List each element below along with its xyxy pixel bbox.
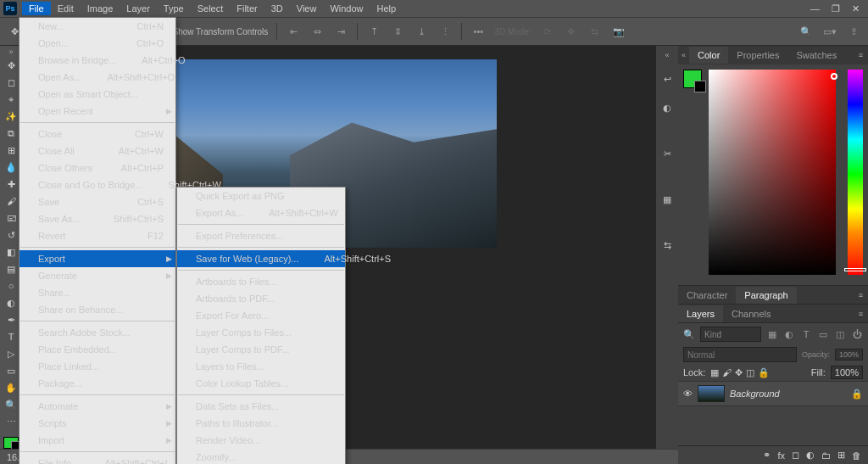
adjustments-icon[interactable]: ◐: [658, 98, 676, 117]
color-field[interactable]: [709, 70, 836, 275]
menu-layer[interactable]: Layer: [120, 2, 157, 15]
layer-name[interactable]: Background: [730, 389, 846, 399]
lock-position-icon[interactable]: ✥: [735, 367, 743, 378]
menu-3d[interactable]: 3D: [264, 2, 290, 15]
crop-tool[interactable]: ⧉: [2, 126, 20, 141]
visibility-icon[interactable]: 👁: [683, 389, 693, 399]
fill-value[interactable]: 100%: [831, 366, 863, 379]
file-menu-item[interactable]: File Info...Alt+Shift+Ctrl+I: [19, 455, 175, 464]
dodge-tool[interactable]: ◐: [2, 296, 20, 310]
expand-icon[interactable]: «: [665, 51, 669, 59]
menu-select[interactable]: Select: [191, 2, 231, 15]
export-menu-item[interactable]: Layers to Files...: [177, 358, 345, 375]
new-layer-icon[interactable]: ⊞: [837, 450, 845, 461]
file-menu-item[interactable]: Export▶: [19, 250, 175, 267]
filter-smart-icon[interactable]: ◫: [834, 328, 846, 340]
panel-menu-icon[interactable]: ≡: [854, 51, 868, 59]
layer-fx-icon[interactable]: fx: [777, 450, 785, 461]
tab-paragraph[interactable]: Paragraph: [736, 287, 796, 304]
path-tool[interactable]: ▷: [2, 347, 20, 361]
menu-view[interactable]: View: [290, 2, 324, 15]
pen-tool[interactable]: ✒: [2, 313, 20, 327]
foreground-swatch[interactable]: [683, 70, 702, 88]
close-icon[interactable]: ✕: [852, 3, 860, 14]
brushes-icon[interactable]: ✂: [658, 144, 676, 163]
menu-window[interactable]: Window: [323, 2, 370, 15]
file-menu-item[interactable]: Open Recent▶: [19, 103, 175, 120]
menu-file[interactable]: File: [22, 2, 51, 15]
file-menu-item[interactable]: Browse in Bridge...Alt+Ctrl+O: [19, 52, 175, 69]
share-icon[interactable]: ⇪: [846, 24, 861, 39]
search-icon[interactable]: 🔍: [798, 24, 814, 39]
adjustment-layer-icon[interactable]: ◐: [806, 450, 815, 461]
export-menu-item[interactable]: Save for Web (Legacy)...Alt+Shift+Ctrl+S: [177, 250, 345, 267]
more-icon[interactable]: •••: [470, 24, 486, 39]
tab-layers[interactable]: Layers: [678, 305, 723, 322]
lock-transparent-icon[interactable]: ▦: [710, 367, 719, 378]
hue-slider[interactable]: [848, 70, 863, 275]
file-menu-item[interactable]: Share...: [19, 284, 175, 301]
lock-all-icon[interactable]: 🔒: [758, 367, 770, 378]
hue-marker[interactable]: [844, 268, 866, 271]
file-menu-item[interactable]: Open As...Alt+Shift+Ctrl+O: [19, 69, 175, 86]
distribute-icon[interactable]: ⋮: [437, 24, 453, 39]
file-menu-item[interactable]: Place Linked...: [19, 358, 175, 375]
blur-tool[interactable]: ○: [2, 279, 20, 293]
link-layers-icon[interactable]: ⚭: [763, 450, 771, 461]
tab-properties[interactable]: Properties: [728, 47, 787, 64]
align-middle-v-icon[interactable]: ⇕: [390, 24, 405, 39]
filter-toggle-icon[interactable]: ⏻: [851, 328, 863, 340]
wand-tool[interactable]: ✨: [2, 109, 20, 124]
history-icon[interactable]: ↩: [658, 70, 676, 88]
brush-tool[interactable]: 🖌: [2, 194, 20, 209]
eyedropper-tool[interactable]: 💧: [2, 160, 20, 175]
info-icon[interactable]: ⇆: [658, 236, 676, 254]
file-menu-item[interactable]: Close and Go to Bridge...Shift+Ctrl+W: [19, 176, 175, 193]
gradient-tool[interactable]: ▤: [2, 262, 20, 277]
workspace-icon[interactable]: ▭▾: [822, 24, 837, 39]
group-icon[interactable]: 🗀: [821, 450, 831, 461]
lasso-tool[interactable]: ⌖: [2, 92, 20, 107]
export-menu-item[interactable]: Paths to Illustrator...: [177, 415, 345, 432]
file-menu-item[interactable]: Place Embedded...: [19, 341, 175, 358]
minimize-icon[interactable]: —: [810, 3, 820, 14]
file-menu-item[interactable]: Automate▶: [19, 398, 175, 415]
file-menu-item[interactable]: CloseCtrl+W: [19, 126, 175, 143]
shape-tool[interactable]: ▭: [2, 364, 20, 378]
filter-shape-icon[interactable]: ▭: [817, 328, 829, 340]
export-menu-item[interactable]: Export As...Alt+Shift+Ctrl+W: [177, 204, 345, 221]
opacity-value[interactable]: 100%: [835, 349, 863, 361]
panel-menu-icon[interactable]: ≡: [854, 310, 868, 318]
align-left-icon[interactable]: ⇤: [286, 24, 301, 39]
export-menu-item[interactable]: Zoomify...: [177, 449, 345, 464]
file-menu-item[interactable]: Import▶: [19, 432, 175, 449]
menu-help[interactable]: Help: [370, 2, 403, 15]
align-bottom-icon[interactable]: ⤓: [414, 24, 429, 39]
align-right-icon[interactable]: ⇥: [333, 24, 348, 39]
file-menu-item[interactable]: Generate▶: [19, 267, 175, 284]
file-menu-item[interactable]: Scripts▶: [19, 415, 175, 432]
panel-menu-icon[interactable]: ≡: [854, 291, 868, 299]
filter-type-icon[interactable]: T: [800, 328, 812, 340]
filter-pixel-icon[interactable]: ▦: [766, 328, 778, 340]
align-top-icon[interactable]: ⤒: [366, 24, 381, 39]
delete-layer-icon[interactable]: 🗑: [852, 450, 861, 461]
tab-color[interactable]: Color: [689, 47, 728, 64]
color-picker-ring[interactable]: [831, 73, 837, 80]
marquee-tool[interactable]: ◻: [2, 75, 20, 90]
tab-swatches[interactable]: Swatches: [787, 47, 845, 64]
zoom-tool[interactable]: 🔍: [2, 398, 20, 412]
export-menu-item[interactable]: Quick Export as PNG: [177, 187, 345, 204]
lock-pixels-icon[interactable]: 🖌: [722, 367, 732, 378]
file-menu-item[interactable]: Close AllAlt+Ctrl+W: [19, 143, 175, 159]
heal-tool[interactable]: ✚: [2, 177, 20, 192]
history-brush-tool[interactable]: ↺: [2, 228, 20, 243]
align-center-h-icon[interactable]: ⇔: [309, 24, 325, 39]
layer-mask-icon[interactable]: ◻: [792, 450, 799, 461]
layer-row[interactable]: 👁 Background 🔒: [678, 381, 868, 406]
export-menu-item[interactable]: Export Preferences...: [177, 227, 345, 244]
collapse-icon[interactable]: »: [8, 48, 13, 56]
export-menu-item[interactable]: Export For Aero...: [177, 307, 345, 324]
menu-type[interactable]: Type: [157, 2, 191, 15]
actions-icon[interactable]: ▦: [658, 190, 676, 209]
